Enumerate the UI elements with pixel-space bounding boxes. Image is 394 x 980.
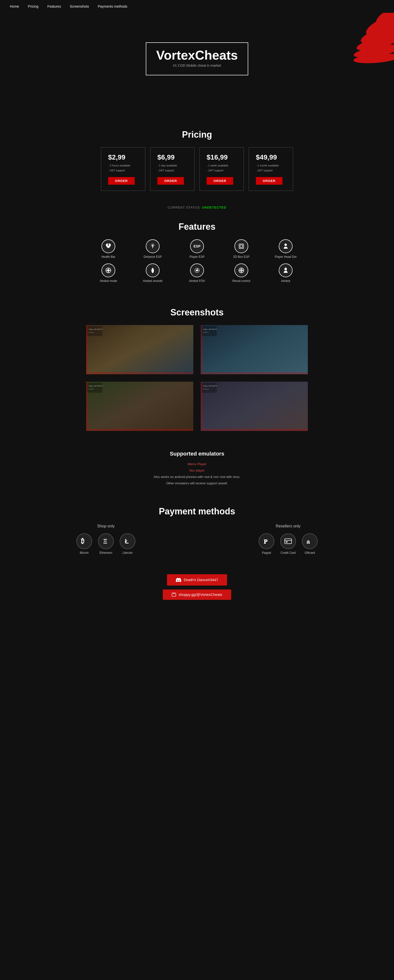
feature-2d-box-esp: 2D Box ESP (227, 239, 256, 259)
reseller-icons: 𝐏 Paypal Credit Card (259, 533, 318, 555)
feature-health-bar-label: Health Bar (102, 255, 116, 259)
nav-payments[interactable]: Payments methods (98, 5, 127, 8)
hero-box: VortexCheats #1 COD Mobile cheat in mark… (146, 42, 248, 75)
ethereum-icon: Ξ (98, 533, 114, 549)
screenshot-img-3: CALL OF DUTY MOBILE (86, 382, 193, 431)
svg-text:140°: 140° (195, 270, 199, 272)
feature-distance-esp: Distance ESP (138, 239, 167, 259)
emulators-list: Memu Player Nox player Also works on and… (20, 461, 374, 487)
pricing-title: Pricing (20, 129, 374, 140)
svg-rect-52 (285, 539, 292, 544)
feature-player-head-dot: Player Head Dot (271, 239, 300, 259)
price-3: $16,99 (207, 153, 237, 161)
paypal-label: Paypal (262, 551, 271, 555)
svg-rect-45 (202, 383, 217, 393)
svg-rect-41 (87, 383, 102, 393)
svg-text:₿: ₿ (81, 537, 84, 545)
discord-button[interactable]: Death's Dance#3447 (167, 574, 227, 585)
feature-recoil-control: Recoil control (227, 264, 256, 283)
price-card-1: $2,99 - 2 hours available - 24/7 support… (101, 147, 145, 191)
screenshot-2: CALL OF DUTY MOBILE (201, 325, 308, 374)
shop-icons: ₿ Bitcoin Ξ Ethereum (76, 533, 135, 555)
svg-point-29 (241, 270, 242, 271)
resellers-only-col: Resellers only 𝐏 Paypal (259, 524, 318, 555)
svg-rect-36 (201, 325, 308, 374)
bitcoin-label: Bitcoin (80, 551, 89, 555)
price-card-2: $6,99 - 1 day available - 24/7 support O… (150, 147, 195, 191)
price-4: $49,99 (256, 153, 286, 161)
svg-text:CALL OF DUTY: CALL OF DUTY (89, 385, 103, 387)
order-btn-4[interactable]: ORDER (256, 177, 283, 185)
svg-text:MOBILE: MOBILE (89, 332, 94, 333)
nav-features[interactable]: Features (47, 5, 61, 8)
paypal-item: 𝐏 Paypal (259, 533, 274, 555)
hero-section: VortexCheats #1 COD Mobile cheat in mark… (0, 13, 394, 115)
player-esp-icon: ESP (190, 239, 204, 253)
svg-rect-40 (86, 382, 193, 431)
order-btn-2[interactable]: ORDER (157, 177, 184, 185)
svg-text:𝐏: 𝐏 (264, 538, 268, 545)
price-card-3: $16,99 - 1 week available - 24/7 support… (199, 147, 244, 191)
nav-screenshots[interactable]: Screenshots (70, 5, 89, 8)
nav-home[interactable]: Home (10, 5, 19, 8)
pricing-section: Pricing $2,99 - 2 hours available - 24/7… (0, 115, 394, 200)
emulator-nox: Nox player (20, 467, 374, 474)
svg-text:CALL OF DUTY: CALL OF DUTY (203, 328, 218, 331)
shoppy-icon (172, 592, 176, 597)
svg-rect-54 (286, 541, 288, 542)
svg-point-12 (284, 243, 287, 246)
shop-only-title: Shop only (76, 524, 135, 528)
svg-text:CALL OF DUTY: CALL OF DUTY (203, 385, 218, 387)
svg-rect-44 (201, 382, 308, 431)
price-2: $6,99 (157, 153, 187, 161)
aimbot-smooth-icon (146, 264, 160, 277)
ethereum-label: Ethereum (100, 551, 112, 555)
emulators-title: Supported emulators (20, 450, 374, 457)
wing-decoration (325, 13, 394, 70)
player-head-dot-icon (279, 239, 292, 253)
emulator-memu: Memu Player (20, 461, 374, 467)
feature-aimbot-mode-label: Aimbot mode (100, 279, 117, 283)
svg-rect-37 (202, 326, 217, 336)
features-section: Features Health Bar Distance ESP (0, 212, 394, 298)
order-btn-3[interactable]: ORDER (207, 177, 233, 185)
ethereum-item: Ξ Ethereum (98, 533, 114, 555)
screenshot-img-2: CALL OF DUTY MOBILE (201, 325, 308, 374)
svg-text:MOBILE: MOBILE (89, 388, 94, 390)
desc-1: - 2 hours available - 24/7 support (108, 163, 138, 173)
resellers-only-title: Resellers only (259, 524, 318, 528)
footer-buttons: Death's Dance#3447 shoppy.gg/@VortexChea… (0, 564, 394, 615)
feature-player-esp-label: Player ESP (189, 255, 204, 259)
nav-pricing[interactable]: Pricing (28, 5, 38, 8)
feature-aimbot-mode: Aimbot mode (94, 264, 123, 283)
discord-icon (176, 577, 181, 582)
litecoin-icon: Ł (120, 533, 135, 549)
svg-text:a: a (307, 538, 310, 545)
status-bar: CURRENT STATUS: UNDETECTED (0, 200, 394, 212)
paypal-icon: 𝐏 (259, 533, 274, 549)
svg-text:Ξ: Ξ (103, 538, 107, 545)
recoil-control-icon (234, 264, 248, 277)
svg-point-8 (152, 245, 153, 246)
order-btn-1[interactable]: ORDER (108, 177, 135, 185)
svg-text:Ł: Ł (125, 538, 129, 545)
giftcard-item: a Giftcard (302, 533, 318, 555)
litecoin-label: Litecoin (122, 551, 132, 555)
feature-aimbot-label: Aimbot (281, 279, 290, 283)
svg-rect-32 (86, 325, 193, 374)
feature-aimbot: Aimbot (271, 264, 300, 283)
features-title: Features (20, 222, 374, 232)
feature-player-esp: ESP Player ESP (182, 239, 212, 259)
feature-aimbot-fov-label: Aimbot FOV (189, 279, 205, 283)
feature-player-head-dot-label: Player Head Dot (275, 255, 297, 259)
payment-cols: Shop only ₿ Bitcoin Ξ (20, 524, 374, 555)
bitcoin-icon: ₿ (76, 533, 92, 549)
litecoin-item: Ł Litecoin (120, 533, 135, 555)
creditcard-label: Credit Card (281, 551, 296, 555)
shoppy-button[interactable]: shoppy.gg/@VortexCheats (163, 589, 231, 600)
desc-4: - 1 month available - 24/7 support (256, 163, 286, 173)
features-row1: Health Bar Distance ESP ESP Player ESP (20, 239, 374, 259)
screenshot-4: CALL OF DUTY MOBILE (201, 382, 308, 431)
screenshot-img-1: CALL OF DUTY MOBILE (86, 325, 193, 374)
creditcard-item: Credit Card (280, 533, 296, 555)
